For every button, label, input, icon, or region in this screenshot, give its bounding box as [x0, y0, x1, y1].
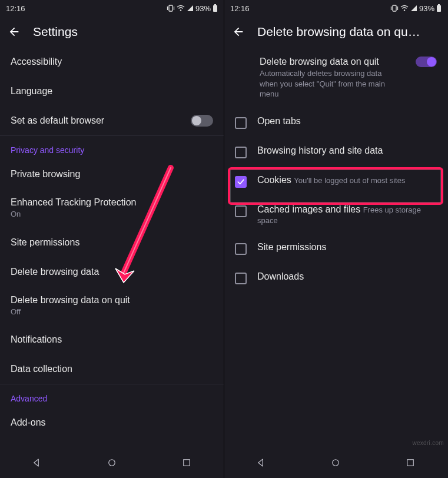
- svg-point-6: [109, 460, 115, 466]
- nav-home-icon[interactable]: [107, 457, 117, 470]
- check-site-permissions[interactable]: Site permissions: [224, 234, 447, 263]
- row-delete-browsing-data[interactable]: Delete browsing data: [0, 257, 224, 287]
- svg-point-11: [404, 9, 405, 11]
- toggle-default-browser[interactable]: [191, 115, 213, 127]
- row-site-permissions[interactable]: Site permissions: [0, 228, 224, 257]
- section-advanced: Advanced: [0, 384, 224, 408]
- row-label: Set as default browser: [11, 115, 191, 126]
- row-master-toggle[interactable]: Delete browsing data on quit Automatical…: [224, 47, 447, 108]
- svg-rect-7: [183, 460, 190, 466]
- watermark: wexdri.com: [412, 440, 444, 446]
- check-label: Browsing history and site data: [257, 145, 383, 155]
- row-sub: Off: [11, 307, 213, 317]
- row-sub: On: [11, 209, 213, 220]
- row-private-browsing[interactable]: Private browsing: [0, 160, 224, 189]
- svg-rect-15: [407, 460, 414, 466]
- row-label: Notifications: [11, 334, 213, 345]
- row-label: Site permissions: [11, 237, 213, 248]
- battery-icon: [213, 4, 218, 12]
- header: Delete browsing data on qu…: [224, 16, 447, 47]
- checkbox-icon[interactable]: [235, 176, 247, 188]
- row-label: Accessibility: [11, 57, 213, 67]
- toggle-master[interactable]: [416, 57, 437, 67]
- check-sub: You'll be logged out of most sites: [294, 176, 405, 185]
- status-battery: 93%: [419, 4, 434, 13]
- nav-bar: [224, 450, 447, 478]
- page-title: Delete browsing data on qu…: [257, 25, 440, 39]
- svg-rect-5: [214, 4, 216, 5]
- row-label: Add-ons: [11, 417, 213, 428]
- row-label: Delete browsing data on quit: [260, 57, 401, 67]
- wifi-icon: [400, 5, 409, 12]
- nav-recent-icon[interactable]: [405, 457, 416, 470]
- header: Settings: [0, 16, 224, 47]
- vibrate-icon: [167, 5, 175, 12]
- row-delete-on-quit[interactable]: Delete browsing data on quit Off: [0, 287, 224, 326]
- row-addons[interactable]: Add-ons: [0, 408, 224, 437]
- checkbox-icon[interactable]: [235, 117, 247, 129]
- nav-back-icon[interactable]: [32, 457, 42, 470]
- row-sub: Automatically deletes browsing data when…: [260, 68, 401, 99]
- wifi-icon: [177, 5, 185, 12]
- screen-delete-on-quit: 12:16 93% Delete browsing data on qu… De…: [224, 0, 447, 478]
- check-downloads[interactable]: Downloads: [224, 263, 447, 293]
- section-privacy: Privacy and security: [0, 136, 224, 160]
- screen-settings: 12:16 93% Settings Accessibility Languag…: [0, 0, 224, 478]
- back-icon[interactable]: [7, 25, 21, 39]
- checkbox-icon[interactable]: [235, 243, 247, 255]
- row-notifications[interactable]: Notifications: [0, 325, 224, 354]
- row-language[interactable]: Language: [0, 77, 224, 106]
- status-right: 93%: [167, 4, 218, 13]
- check-label: Cached images and files: [257, 204, 360, 214]
- svg-rect-0: [169, 5, 172, 11]
- status-time: 12:16: [230, 4, 250, 13]
- row-accessibility[interactable]: Accessibility: [0, 47, 224, 77]
- check-cached[interactable]: Cached images and files Frees up storage…: [224, 196, 447, 234]
- checkbox-icon[interactable]: [235, 147, 247, 158]
- check-label: Open tabs: [257, 116, 301, 126]
- check-label: Cookies: [257, 175, 291, 185]
- status-battery: 93%: [195, 4, 211, 13]
- svg-rect-13: [438, 4, 440, 5]
- check-label: Downloads: [257, 271, 304, 281]
- row-data-collection[interactable]: Data collection: [0, 354, 224, 384]
- row-label: Delete browsing data on quit: [11, 295, 213, 306]
- back-icon[interactable]: [231, 25, 245, 39]
- status-time: 12:16: [6, 4, 25, 13]
- row-label: Enhanced Tracking Protection: [11, 197, 213, 208]
- signal-icon: [410, 5, 417, 12]
- nav-home-icon[interactable]: [330, 457, 341, 470]
- status-right: 93%: [390, 4, 442, 13]
- nav-back-icon[interactable]: [256, 457, 267, 470]
- row-etp[interactable]: Enhanced Tracking Protection On: [0, 189, 224, 228]
- page-title: Settings: [33, 25, 217, 39]
- status-bar: 12:16 93%: [224, 0, 447, 16]
- row-label: Private browsing: [11, 169, 213, 180]
- svg-rect-12: [437, 5, 441, 12]
- signal-icon: [187, 5, 194, 12]
- svg-rect-4: [213, 5, 217, 12]
- check-history[interactable]: Browsing history and site data: [224, 137, 447, 167]
- svg-rect-8: [393, 5, 396, 11]
- check-open-tabs[interactable]: Open tabs: [224, 108, 447, 137]
- checkbox-icon[interactable]: [235, 273, 247, 284]
- row-default-browser[interactable]: Set as default browser: [0, 106, 224, 135]
- status-bar: 12:16 93%: [0, 0, 224, 16]
- check-cookies[interactable]: Cookies You'll be logged out of most sit…: [224, 167, 447, 196]
- nav-recent-icon[interactable]: [181, 457, 192, 470]
- row-label: Data collection: [11, 364, 213, 374]
- vibrate-icon: [390, 5, 399, 12]
- battery-icon: [436, 4, 442, 12]
- nav-bar: [0, 450, 224, 478]
- check-label: Site permissions: [257, 242, 326, 252]
- row-label: Language: [11, 86, 213, 97]
- row-label: Delete browsing data: [11, 267, 213, 277]
- checkbox-icon[interactable]: [235, 205, 247, 217]
- svg-point-3: [180, 9, 181, 11]
- svg-point-14: [333, 460, 339, 466]
